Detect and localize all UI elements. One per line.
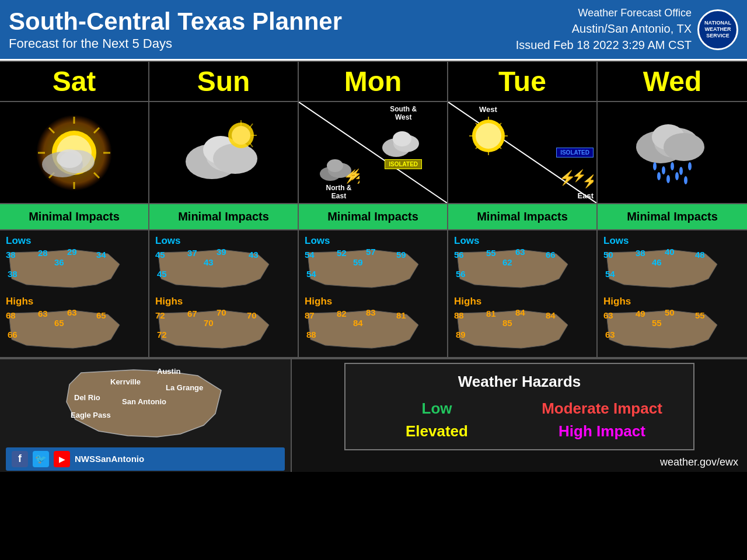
svg-point-52 (653, 162, 657, 170)
svg-point-53 (662, 166, 665, 174)
svg-point-56 (688, 162, 692, 170)
day-col-tue: Tue West (448, 62, 598, 358)
youtube-icon[interactable]: ▶ (54, 451, 70, 467)
day-col-sun: Sun (149, 62, 299, 358)
map-area: Austin Kerrville La Grange Del Rio San A… (0, 359, 292, 472)
page-title: South-Central Texas Planner (9, 8, 342, 35)
svg-point-60 (684, 176, 687, 184)
weather-icon-sun (149, 102, 298, 204)
highs-label-sat: Highs (3, 296, 145, 307)
weather-icon-wed (598, 102, 747, 204)
temps-wed: Lows 50 38 40 48 46 54 Highs (598, 230, 747, 358)
sat-low-3: 29 (67, 247, 77, 257)
rain-icon (629, 115, 716, 191)
impact-sun: Minimal Impacts (149, 204, 298, 230)
svg-point-51 (664, 133, 704, 161)
hazards-box: Weather Hazards Low Moderate Impact Elev… (344, 363, 694, 450)
svg-point-36 (476, 123, 501, 149)
city-delrio: Del Rio (74, 393, 100, 402)
city-kerrville: Kerrville (110, 377, 141, 386)
sun-icon (33, 112, 115, 194)
svg-point-13 (57, 149, 82, 168)
impact-wed: Minimal Impacts (598, 204, 747, 230)
day-name-tue: Tue (448, 62, 596, 102)
page-wrapper: South-Central Texas Planner Forecast for… (0, 0, 747, 560)
weather-icon-mon: South &West ISOLATED (299, 102, 447, 204)
tue-split-cell: West (448, 102, 596, 203)
forecast-grid: Sat (0, 61, 747, 358)
svg-point-17 (213, 144, 257, 174)
sat-high-1: 68 (6, 310, 16, 320)
svg-point-54 (671, 162, 674, 170)
tue-west-icon (462, 114, 515, 158)
city-lagrange: La Grange (166, 383, 203, 392)
temps-sun: Lows 45 37 39 43 43 45 Highs (149, 230, 298, 358)
hazard-moderate: Moderate Impact (525, 400, 679, 418)
tue-east-icon: ⚡ ⚡ ⚡ (556, 159, 594, 191)
mon-split-cell: South &West ISOLATED (299, 102, 447, 203)
sat-low-5: 36 (54, 257, 64, 267)
temps-tue: Lows 56 55 63 66 62 56 Highs (448, 230, 596, 358)
sat-high-6: 66 (8, 330, 18, 340)
highs-label-sun: Highs (152, 296, 295, 307)
svg-point-27 (393, 131, 411, 146)
sat-high-2: 63 (38, 309, 48, 318)
sat-low-1: 38 (6, 250, 16, 260)
bottom-section: Austin Kerrville La Grange Del Rio San A… (0, 358, 747, 472)
temps-mon: Lows 54 52 57 59 59 54 Highs (299, 230, 447, 358)
hazards-area: Weather Hazards Low Moderate Impact Elev… (292, 359, 747, 472)
day-col-mon: Mon South &West ISOLA (299, 62, 448, 358)
page-subtitle: Forecast for the Next 5 Days (9, 36, 342, 51)
issued-time: Issued Feb 18 2022 3:29 AM CST (516, 37, 692, 53)
lows-label-sat: Lows (3, 235, 145, 247)
city-sanantonio: San Antonio (122, 397, 166, 406)
sat-low-6: 38 (8, 269, 18, 279)
impact-mon: Minimal Impacts (299, 204, 447, 230)
twitter-icon[interactable]: 🐦 (33, 451, 49, 467)
sat-low-4: 34 (96, 250, 106, 260)
day-name-sat: Sat (0, 62, 148, 102)
day-name-wed: Wed (598, 62, 747, 102)
svg-point-59 (675, 172, 679, 180)
day-name-mon: Mon (299, 62, 447, 102)
sat-high-3: 63 (67, 307, 77, 317)
day-name-sun: Sun (149, 62, 298, 102)
tue-west-section: West (451, 105, 525, 158)
isolated-badge-sw: ISOLATED (385, 159, 422, 169)
region-map: Austin Kerrville La Grange Del Rio San A… (52, 361, 239, 443)
day-col-sat: Sat (0, 62, 149, 358)
website-url: weather.gov/ewx (660, 456, 738, 468)
weather-icon-sat (0, 102, 148, 204)
tue-east-section: ISOLATED ⚡ ⚡ ⚡ East (556, 148, 594, 200)
svg-point-55 (679, 167, 683, 175)
social-handle: NWSSanAntonio (75, 454, 144, 464)
office-name: Weather Forecast Office (516, 6, 692, 20)
impact-tue: Minimal Impacts (448, 204, 596, 230)
city-austin: Austin (157, 367, 180, 376)
lows-label-sun: Lows (152, 235, 295, 247)
svg-text:⚡: ⚡ (354, 171, 359, 184)
facebook-icon[interactable]: f (12, 451, 28, 467)
svg-point-30 (327, 159, 343, 172)
sat-high-4: 65 (96, 310, 106, 320)
nws-logo: NATIONALWEATHERSERVICE (697, 9, 738, 50)
svg-point-58 (666, 175, 670, 183)
city-eaglepass: Eagle Pass (71, 411, 111, 419)
mon-ne-icon: ⚡ ⚡ ⚡ (319, 152, 359, 184)
header-left: South-Central Texas Planner Forecast for… (9, 8, 342, 51)
sat-high-5: 65 (54, 318, 64, 328)
hazards-title: Weather Hazards (360, 373, 679, 391)
sat-low-2: 28 (38, 248, 48, 258)
cloudy-icon (180, 118, 267, 188)
hazard-high: High Impact (525, 422, 679, 440)
hazards-grid: Low Moderate Impact Elevated High Impact (360, 400, 679, 440)
svg-point-57 (657, 172, 661, 180)
weather-icon-tue: West (448, 102, 596, 204)
header-right: Weather Forecast Office Austin/San Anton… (516, 6, 738, 53)
lows-map-sat: 38 28 29 34 36 38 (3, 247, 145, 293)
day-col-wed: Wed (598, 62, 747, 358)
svg-point-19 (232, 126, 250, 145)
hazard-elevated: Elevated (360, 422, 514, 440)
lows-map-sun: 45 37 39 43 43 45 (152, 247, 295, 293)
temps-sat: Lows 38 28 29 34 36 38 Highs (0, 230, 148, 358)
